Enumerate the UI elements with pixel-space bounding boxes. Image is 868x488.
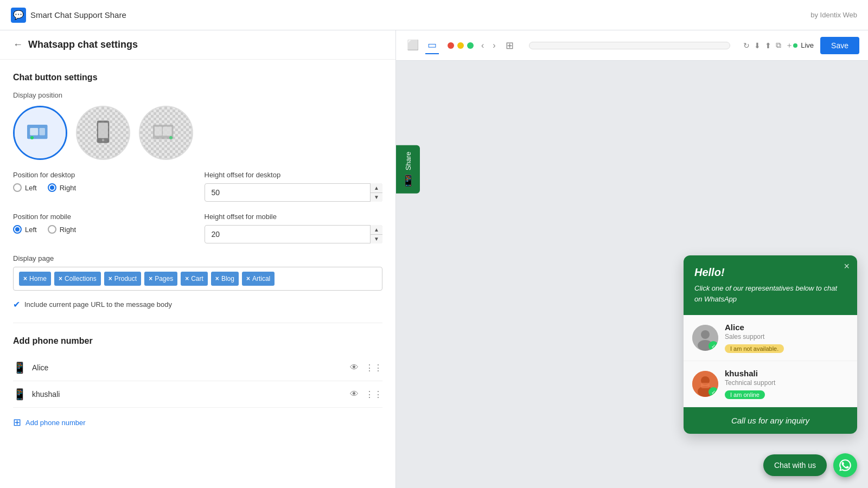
mobile-right-label: Right <box>60 226 76 234</box>
share-label: Share <box>404 152 412 171</box>
position-option-right-bottom[interactable] <box>139 106 193 160</box>
section-divider <box>13 323 382 323</box>
copy-icon[interactable]: ⧉ <box>776 41 781 50</box>
svg-rect-9 <box>163 127 172 136</box>
tag-artical-remove[interactable]: × <box>246 275 250 282</box>
mobile-settings-row: Position for mobile Left Right Height of <box>13 213 382 243</box>
desktop-left-label: Left <box>25 184 37 192</box>
tag-pages[interactable]: × Pages <box>144 272 177 286</box>
tag-home-label: Home <box>29 275 47 282</box>
view-mode-icons: ⬜ ▭ <box>405 37 439 54</box>
mobile-offset-input[interactable] <box>205 225 383 243</box>
tag-collections-remove[interactable]: × <box>59 275 62 282</box>
share-whatsapp-icon: 📱 <box>401 174 414 187</box>
wa-call-button[interactable]: Call us for any inquiry <box>684 407 857 434</box>
tag-pages-remove[interactable]: × <box>149 275 152 282</box>
position-option-center[interactable] <box>76 106 130 160</box>
tag-blog[interactable]: × Blog <box>211 272 239 286</box>
svg-rect-1 <box>30 128 38 136</box>
split-view-icon[interactable]: ⊞ <box>503 40 516 52</box>
khushali-drag-handle[interactable]: ⋮⋮ <box>365 389 382 400</box>
desktop-offset-up[interactable]: ▲ <box>371 183 382 193</box>
tag-product-remove[interactable]: × <box>108 275 112 282</box>
mobile-offset-up[interactable]: ▲ <box>371 225 382 235</box>
live-label: Live <box>801 41 814 49</box>
left-panel: ← Whatsapp chat settings Chat button set… <box>0 30 396 488</box>
tablet-view-icon[interactable]: ⬜ <box>405 37 421 54</box>
khushali-info: khushali Technical support I am online <box>725 369 848 399</box>
maximize-dot <box>467 42 474 49</box>
position-option-left-bottom[interactable] <box>13 106 67 160</box>
forward-nav-arrow[interactable]: › <box>489 38 499 53</box>
add-phone-label: Add phone number <box>25 419 86 427</box>
wa-fab-icon[interactable] <box>833 453 857 477</box>
refresh-icon[interactable]: ↻ <box>743 41 750 50</box>
main-layout: ← Whatsapp chat settings Chat button set… <box>0 30 868 488</box>
tag-collections[interactable]: × Collections <box>54 272 101 286</box>
desktop-view-icon[interactable]: ▭ <box>425 37 439 54</box>
save-button[interactable]: Save <box>820 37 859 54</box>
desktop-right-radio[interactable]: Right <box>48 183 76 192</box>
wa-popup-close[interactable]: × <box>844 261 850 272</box>
khushali-visibility-toggle[interactable]: 👁 <box>350 389 359 399</box>
mobile-left-radio[interactable]: Left <box>13 225 37 234</box>
alice-status-badge: I am not available. <box>725 344 784 353</box>
mobile-offset-down[interactable]: ▼ <box>371 235 382 244</box>
desktop-position-label: Position for desktop <box>13 171 192 179</box>
svg-rect-2 <box>40 128 46 136</box>
tag-product-label: Product <box>114 275 137 282</box>
alice-role: Sales support <box>725 333 848 341</box>
close-dot <box>448 42 454 49</box>
tag-home-remove[interactable]: × <box>23 275 27 282</box>
tag-product[interactable]: × Product <box>104 272 141 286</box>
share-browser-icon[interactable]: ⬆ <box>765 41 771 50</box>
mobile-right-radio[interactable]: Right <box>48 225 76 234</box>
phone-section-title: Add phone number <box>13 336 382 346</box>
phone-item-alice-right: 👁 ⋮⋮ <box>350 363 382 373</box>
download-icon[interactable]: ⬇ <box>754 41 761 50</box>
desktop-left-radio-circle <box>13 183 22 192</box>
display-page-label: Display page <box>13 254 382 262</box>
wa-agent-alice[interactable]: ✓ Alice Sales support I am not available… <box>684 315 857 361</box>
app-title: Smart Chat Support Share <box>30 10 126 20</box>
back-button[interactable]: ← <box>13 39 23 50</box>
url-bar[interactable] <box>529 42 731 49</box>
tag-home[interactable]: × Home <box>19 272 51 286</box>
back-nav-arrow[interactable]: ‹ <box>478 38 487 53</box>
wa-chat-button[interactable]: Chat with us <box>763 454 827 476</box>
tag-artical[interactable]: × Artical <box>242 272 275 286</box>
khushali-role: Technical support <box>725 379 848 387</box>
top-bar: 💬 Smart Chat Support Share by Identix We… <box>0 0 868 30</box>
share-button[interactable]: Share 📱 <box>396 145 420 194</box>
add-phone-button[interactable]: ⊞ Add phone number <box>13 416 86 428</box>
desktop-offset-arrows: ▲ ▼ <box>370 183 382 202</box>
phone-name-alice: Alice <box>32 363 48 372</box>
wa-agent-khushali[interactable]: ✓ khushali Technical support I am online <box>684 361 857 407</box>
mobile-left-label: Left <box>25 226 37 234</box>
alice-visibility-toggle[interactable]: 👁 <box>350 363 359 373</box>
checkbox-icon: ✔ <box>13 299 20 310</box>
phone-item-khushali-right: 👁 ⋮⋮ <box>350 389 382 400</box>
panel-content: Chat button settings Display position <box>0 60 395 441</box>
new-tab-icon[interactable]: ＋ <box>786 41 793 50</box>
alice-info: Alice Sales support I am not available. <box>725 323 848 353</box>
desktop-offset-input-wrap: ▲ ▼ <box>205 183 383 202</box>
desktop-right-radio-circle <box>48 183 56 192</box>
svg-point-6 <box>102 139 105 142</box>
tag-cart[interactable]: × Cart <box>181 272 208 286</box>
tag-blog-remove[interactable]: × <box>215 275 219 282</box>
app-icon: 💬 <box>11 8 26 23</box>
desktop-offset-down[interactable]: ▼ <box>371 193 382 202</box>
position-options <box>13 106 382 160</box>
tag-cart-label: Cart <box>191 275 203 282</box>
tag-cart-remove[interactable]: × <box>185 275 189 282</box>
mobile-offset-label: Height offset for mobile <box>205 213 383 221</box>
include-url-row[interactable]: ✔ Include current page URL to the messag… <box>13 299 382 310</box>
panel-title: Whatsapp chat settings <box>28 39 138 50</box>
mobile-position-label: Position for mobile <box>13 213 192 221</box>
display-position-label: Display position <box>13 91 382 99</box>
desktop-offset-input[interactable] <box>205 183 383 202</box>
tags-container[interactable]: × Home × Collections × Product × Pages <box>13 267 382 291</box>
desktop-left-radio[interactable]: Left <box>13 183 37 192</box>
alice-drag-handle[interactable]: ⋮⋮ <box>365 363 382 373</box>
